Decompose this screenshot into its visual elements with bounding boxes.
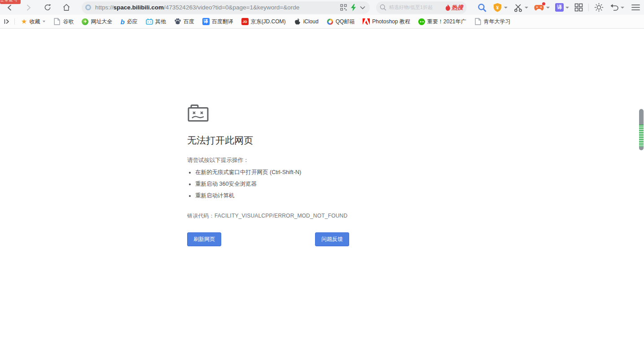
bookmark-item-qqmail[interactable]: QQ邮箱 bbox=[327, 18, 355, 26]
bookmark-label: 谷歌 bbox=[63, 18, 74, 26]
bookmark-item-important[interactable]: 重要！2021年广 bbox=[418, 18, 466, 26]
bookmark-item-favorites[interactable]: ★ 收藏 bbox=[21, 17, 45, 26]
bookmark-item-other[interactable]: 其他 bbox=[146, 18, 166, 26]
blue-search-icon bbox=[478, 3, 486, 12]
bookmark-label: 重要！2021年广 bbox=[427, 18, 466, 26]
miniapp-button[interactable] bbox=[340, 4, 347, 11]
theme-button[interactable] bbox=[594, 3, 604, 12]
caret-down-icon bbox=[621, 7, 624, 9]
scrollbar-thumb[interactable] bbox=[639, 109, 644, 150]
bookmark-item-google[interactable]: 谷歌 bbox=[53, 18, 74, 26]
bookmark-item-jd[interactable]: JD 京东(JD.COM) bbox=[241, 18, 286, 26]
bookmark-item-baidu-translate[interactable]: 译 百度翻译 bbox=[202, 18, 233, 26]
bookmark-label: 京东(JD.COM) bbox=[251, 18, 286, 26]
suggestion-list: 在新的无痕式窗口中打开网页 (Ctrl-Shift-N) 重新启动 360安全浏… bbox=[195, 168, 349, 201]
translate-button[interactable]: 译 bbox=[555, 3, 569, 12]
bookmark-item-icloud[interactable]: iCloud bbox=[294, 18, 319, 25]
search-icon bbox=[380, 4, 386, 11]
error-hint: 请尝试按以下提示操作： bbox=[187, 157, 349, 164]
nav-plus-icon: + bbox=[82, 18, 88, 25]
sidebar-expand-button[interactable] bbox=[4, 18, 10, 25]
site-info-icon[interactable] bbox=[85, 4, 91, 10]
restore-button[interactable] bbox=[610, 4, 624, 12]
qq-mail-icon bbox=[327, 18, 333, 25]
url-scheme: https:// bbox=[95, 4, 114, 11]
bookmark-label: 收藏 bbox=[29, 18, 40, 26]
scrollbar-stripes bbox=[639, 125, 644, 147]
translate-icon: 译 bbox=[555, 3, 564, 12]
url-bar[interactable]: https://space.bilibili.com/473524263/vid… bbox=[82, 1, 370, 14]
home-icon bbox=[62, 3, 70, 12]
hamburger-icon bbox=[631, 4, 640, 11]
bookmarks-bar: ★ 收藏 谷歌 + 网址大全 b 必应 其他 bbox=[0, 15, 644, 29]
chevron-down-icon bbox=[360, 6, 365, 9]
bookmark-label: 网址大全 bbox=[91, 18, 112, 26]
bookmark-item-nav[interactable]: + 网址大全 bbox=[82, 18, 112, 26]
error-panel: 无法打开此网页 请尝试按以下提示操作： 在新的无痕式窗口中打开网页 (Ctrl-… bbox=[187, 104, 349, 246]
caret-down-icon bbox=[565, 7, 569, 9]
forward-icon bbox=[24, 4, 32, 12]
find-button[interactable] bbox=[478, 3, 486, 12]
gamepad-icon bbox=[534, 3, 544, 12]
four-squares-icon bbox=[574, 3, 583, 12]
search-placeholder: 精选好物/低至1折起 bbox=[389, 4, 445, 11]
undo-icon bbox=[610, 4, 619, 12]
lightning-icon bbox=[350, 4, 356, 11]
sun-icon bbox=[594, 3, 604, 12]
suggestion-item: 在新的无痕式窗口中打开网页 (Ctrl-Shift-N) bbox=[195, 168, 349, 177]
refresh-page-button[interactable]: 刷新网页 bbox=[187, 232, 221, 246]
bing-icon: b bbox=[120, 18, 124, 26]
toolbar-divider bbox=[588, 4, 589, 11]
url-dropdown-button[interactable] bbox=[360, 6, 365, 9]
flame-icon bbox=[445, 4, 451, 11]
notification-dot bbox=[542, 2, 545, 5]
accelerate-button[interactable] bbox=[350, 4, 356, 11]
bookmark-item-youth-study[interactable]: 青年大学习 bbox=[474, 18, 511, 26]
bookmark-label: 其他 bbox=[155, 18, 166, 26]
corner-badge: 登录账号 bbox=[0, 0, 21, 4]
wechat-icon bbox=[418, 18, 425, 25]
browser-toolbar: 登录账号 https://space.bilibili.com/47352426… bbox=[0, 0, 644, 15]
suggestion-item: 重新启动计算机 bbox=[195, 191, 349, 201]
back-button[interactable] bbox=[6, 4, 14, 12]
caret-down-icon bbox=[525, 7, 528, 9]
suggestion-item: 重新启动 360安全浏览器 bbox=[195, 179, 349, 189]
caret-down-icon bbox=[43, 21, 45, 22]
corner-badge-label: 登录账号 bbox=[0, 0, 21, 2]
games-button[interactable] bbox=[534, 3, 550, 12]
page-icon bbox=[53, 18, 61, 25]
bookmark-label: QQ邮箱 bbox=[336, 18, 355, 26]
bookmark-item-baidu[interactable]: 百度 bbox=[174, 18, 194, 26]
bookmark-label: 青年大学习 bbox=[484, 18, 511, 26]
screenshot-button[interactable] bbox=[514, 3, 528, 12]
menu-button[interactable] bbox=[631, 4, 640, 11]
apps-grid-button[interactable] bbox=[574, 3, 583, 12]
url-text[interactable]: https://space.bilibili.com/473524263/vid… bbox=[95, 4, 337, 11]
forward-button[interactable] bbox=[24, 4, 32, 12]
bookmark-item-photoshop[interactable]: Photoshop 教程 bbox=[363, 18, 410, 26]
back-icon bbox=[6, 4, 14, 12]
bookmark-label: Photoshop 教程 bbox=[372, 18, 410, 26]
adobe-icon bbox=[363, 18, 370, 25]
dead-page-icon bbox=[187, 104, 209, 122]
feedback-button[interactable]: 问题反馈 bbox=[315, 232, 349, 246]
refresh-button[interactable] bbox=[44, 4, 52, 12]
search-box[interactable]: 精选好物/低至1折起 热搜 bbox=[376, 1, 467, 14]
svg-text:¥: ¥ bbox=[496, 5, 499, 10]
error-code-label: 错误代码： bbox=[187, 213, 215, 219]
bookmark-item-bing[interactable]: b 必应 bbox=[120, 18, 137, 26]
url-path: /473524263/video?tid=0&page=1&keyword=&o… bbox=[164, 4, 299, 11]
qr-grid-icon bbox=[340, 4, 347, 11]
hot-search-label: 热搜 bbox=[451, 4, 463, 12]
url-host: space.bilibili.com bbox=[114, 4, 164, 11]
hot-search-button[interactable]: 热搜 bbox=[445, 4, 463, 12]
home-button[interactable] bbox=[62, 4, 70, 12]
bookmark-label: 百度翻译 bbox=[212, 18, 233, 26]
shield-yuan-icon: ¥ bbox=[493, 3, 502, 12]
expand-panel-icon bbox=[4, 18, 10, 25]
shopping-guard-button[interactable]: ¥ bbox=[493, 3, 508, 12]
bookmark-label: iCloud bbox=[303, 18, 319, 25]
error-actions: 刷新网页 问题反馈 bbox=[187, 232, 349, 246]
error-title: 无法打开此网页 bbox=[187, 134, 349, 147]
caret-down-icon bbox=[546, 7, 550, 9]
